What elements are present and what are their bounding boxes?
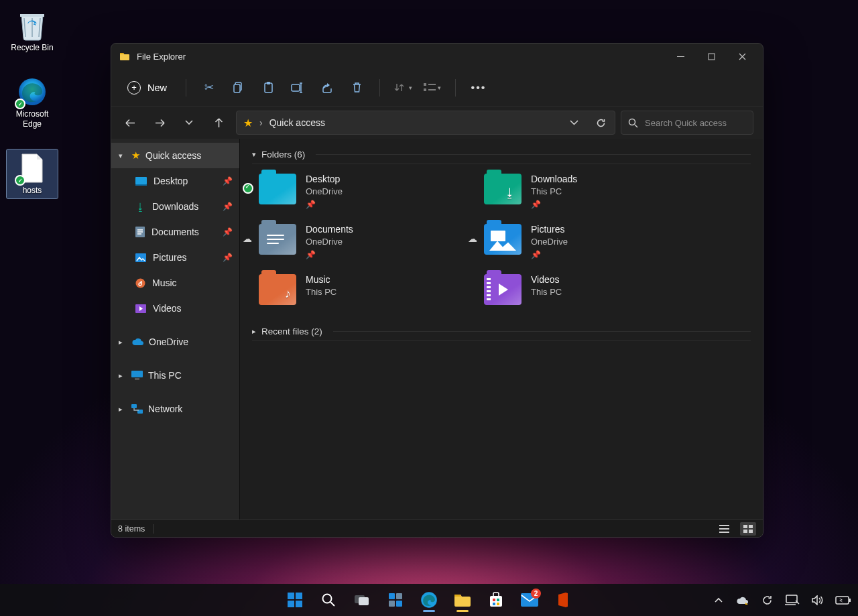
folder-location: This PC: [531, 287, 562, 297]
desktop-icon-hosts[interactable]: hosts: [7, 149, 58, 198]
network-tray-icon[interactable]: [783, 587, 802, 613]
recent-locations-button[interactable]: [177, 111, 201, 135]
folder-item-music[interactable]: ♪MusicThis PC: [259, 274, 460, 305]
sidebar-item-desktop[interactable]: Desktop📌: [111, 168, 239, 194]
battery-tray-icon[interactable]: [834, 587, 853, 613]
folder-name: Downloads: [531, 174, 577, 184]
maximize-button[interactable]: [696, 44, 727, 69]
recent-files-section-header[interactable]: ▸ Recent files (2): [252, 324, 751, 341]
refresh-button[interactable]: [591, 113, 611, 133]
folder-icon: ☁: [484, 224, 522, 255]
sidebar-item-label: Desktop: [154, 176, 188, 186]
new-button[interactable]: + New: [121, 76, 178, 100]
rename-icon: [291, 82, 304, 93]
pin-icon: 📌: [306, 200, 343, 209]
taskbar[interactable]: 2: [0, 584, 858, 616]
address-bar[interactable]: ★ › Quick access: [236, 111, 615, 135]
view-icon: [424, 83, 436, 92]
content-pane[interactable]: ▾ Folders (6) DesktopOneDrive📌⭳Downloads…: [240, 139, 763, 519]
folders-section-header[interactable]: ▾ Folders (6): [252, 147, 751, 164]
folder-item-pictures[interactable]: ☁PicturesOneDrive📌: [484, 224, 685, 259]
microsoft-store-button[interactable]: [483, 587, 509, 613]
folder-location: OneDrive: [531, 237, 568, 247]
more-icon: •••: [471, 82, 487, 94]
windows-update-tray-icon[interactable]: [759, 587, 775, 613]
sidebar-item-videos[interactable]: Videos: [111, 296, 239, 321]
desktop-icon-recycle-bin[interactable]: Recycle Bin: [7, 7, 58, 56]
address-dropdown[interactable]: [564, 113, 584, 133]
svg-rect-38: [497, 599, 499, 601]
close-button[interactable]: [727, 44, 757, 69]
navigation-pane[interactable]: ▾ ★ Quick access Desktop📌 ⭳Downloads📌 Do…: [111, 139, 240, 519]
svg-rect-30: [359, 597, 369, 605]
start-button[interactable]: [282, 587, 308, 613]
tray-overflow-button[interactable]: [711, 587, 727, 613]
folder-item-videos[interactable]: VideosThis PC: [484, 274, 685, 305]
desktop-icon-microsoft-edge[interactable]: Microsoft Edge: [7, 73, 58, 132]
pin-icon: 📌: [306, 250, 353, 259]
svg-rect-34: [396, 601, 402, 607]
folder-item-desktop[interactable]: DesktopOneDrive📌: [259, 174, 460, 209]
sidebar-item-downloads[interactable]: ⭳Downloads📌: [111, 194, 239, 219]
svg-rect-39: [493, 603, 495, 605]
sidebar-item-music[interactable]: Music: [111, 270, 239, 296]
search-input[interactable]: [645, 118, 757, 128]
chevron-right-icon: ▸: [115, 338, 126, 347]
chevron-right-icon: ▸: [252, 327, 256, 336]
folder-icon: ☁: [259, 224, 296, 255]
delete-button[interactable]: [342, 74, 371, 101]
desktop[interactable]: Recycle Bin Microsoft Edge hosts File Ex…: [0, 0, 858, 616]
large-icons-view-button[interactable]: [740, 522, 756, 536]
svg-rect-6: [292, 84, 300, 91]
task-view-button[interactable]: [349, 587, 375, 613]
search-button[interactable]: [315, 587, 342, 613]
search-box[interactable]: [621, 111, 753, 135]
rename-button[interactable]: [283, 74, 312, 101]
more-button[interactable]: •••: [464, 74, 493, 101]
task-view-icon: [354, 593, 370, 607]
sidebar-this-pc[interactable]: ▸This PC: [111, 363, 239, 388]
chevron-down-icon: ▾: [409, 84, 412, 91]
up-button[interactable]: [206, 111, 231, 135]
section-title: Folders (6): [261, 149, 305, 160]
minimize-button[interactable]: [665, 44, 696, 69]
titlebar[interactable]: File Explorer: [111, 44, 763, 69]
sidebar-network[interactable]: ▸Network: [111, 396, 239, 422]
sidebar-item-documents[interactable]: Documents📌: [111, 219, 239, 245]
pin-icon: 📌: [531, 250, 568, 259]
sidebar-item-label: Downloads: [152, 201, 198, 212]
arrow-right-icon: [155, 119, 165, 127]
svg-rect-31: [389, 593, 395, 599]
details-view-button[interactable]: [716, 522, 732, 536]
svg-point-9: [629, 119, 635, 125]
pictures-icon: [135, 253, 146, 262]
sidebar-onedrive[interactable]: ▸OneDrive: [111, 329, 239, 355]
mail-button[interactable]: 2: [516, 587, 543, 613]
file-explorer-button[interactable]: [449, 587, 476, 613]
desktop-icon-label: Microsoft Edge: [8, 109, 56, 129]
cut-button[interactable]: ✂: [194, 74, 224, 101]
address-location[interactable]: Quick access: [269, 117, 325, 128]
volume-tray-icon[interactable]: [810, 587, 826, 613]
sidebar-item-pictures[interactable]: Pictures📌: [111, 245, 239, 270]
folder-item-documents[interactable]: ☁DocumentsOneDrive📌: [259, 224, 460, 259]
copy-button[interactable]: [224, 74, 253, 101]
chevron-down-icon: ▾: [252, 150, 256, 159]
svg-rect-26: [288, 601, 294, 607]
folder-item-downloads[interactable]: ⭳DownloadsThis PC📌: [484, 174, 685, 209]
sidebar-quick-access[interactable]: ▾ ★ Quick access: [111, 143, 239, 168]
sidebar-label: Network: [148, 404, 182, 414]
share-button[interactable]: [312, 74, 342, 101]
pin-icon: 📌: [223, 202, 233, 211]
view-button[interactable]: ▾: [418, 74, 447, 101]
breadcrumb-separator: ›: [259, 117, 263, 128]
office-button[interactable]: [550, 587, 576, 613]
back-button[interactable]: [118, 111, 142, 135]
onedrive-tray-icon[interactable]: [735, 587, 751, 613]
widgets-button[interactable]: [382, 587, 409, 613]
svg-rect-1: [709, 54, 715, 60]
paste-button[interactable]: [253, 74, 283, 101]
forward-button[interactable]: [147, 111, 172, 135]
sort-button[interactable]: ▾: [388, 74, 418, 101]
edge-button[interactable]: [416, 587, 442, 613]
